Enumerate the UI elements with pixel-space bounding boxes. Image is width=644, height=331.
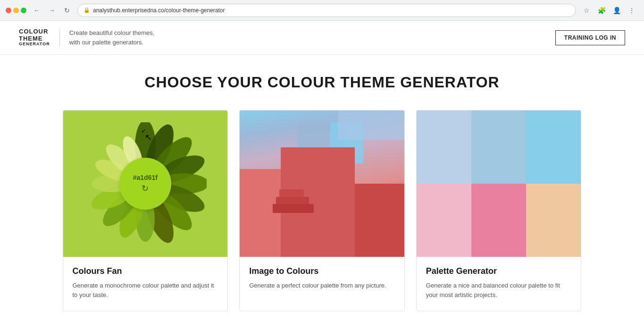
colours-fan-card[interactable]: #a1d61f ↻ ✓ ↖ Colours Fan Generate a mon… — [63, 110, 228, 311]
image-to-colours-image — [240, 110, 404, 257]
step-1 — [273, 204, 314, 213]
step-2 — [276, 197, 309, 204]
page-content: CHOOSE YOUR COLOUR THEME GENERATOR — [0, 55, 644, 331]
logo-theme: THEME — [19, 35, 50, 42]
swatch-5 — [471, 184, 526, 257]
palette-generator-description: Generate a nice and balanced colour pale… — [426, 281, 572, 299]
extensions-icon[interactable]: 🧩 — [595, 4, 608, 17]
browser-chrome: ← → ↻ 🔒 analysthub.enterprisedna.co/colo… — [0, 0, 644, 21]
back-button[interactable]: ← — [30, 4, 43, 17]
tagline-line2: with our palette generators. — [69, 39, 144, 46]
logo-colour: COLOUR — [19, 28, 50, 35]
swatch-6 — [526, 184, 581, 257]
window-controls — [6, 8, 26, 13]
forward-button[interactable]: → — [45, 4, 59, 17]
cards-grid: #a1d61f ↻ ✓ ↖ Colours Fan Generate a mon… — [63, 110, 582, 311]
swatch-2 — [471, 110, 526, 184]
page-title: CHOOSE YOUR COLOUR THEME GENERATOR — [28, 74, 616, 91]
logo-tagline: Create beautiful colour themes, with our… — [69, 28, 155, 47]
swatch-3 — [526, 110, 581, 184]
address-bar[interactable]: 🔒 analysthub.enterprisedna.co/colour-the… — [77, 4, 576, 17]
image-to-colours-title: Image to Colours — [249, 266, 395, 276]
hex-value: #a1d61f — [133, 174, 158, 181]
minimize-dot — [13, 8, 19, 13]
colours-fan-image: #a1d61f ↻ ✓ ↖ — [63, 110, 228, 257]
nav-buttons: ← → ↻ — [30, 4, 74, 17]
flower-center: #a1d61f ↻ — [119, 158, 171, 210]
colours-fan-title: Colours Fan — [73, 266, 218, 276]
page-wrapper: COLOUR THEME GENERATOR Create beautiful … — [0, 21, 644, 331]
url-text: analysthub.enterprisedna.co/colour-theme… — [93, 7, 225, 14]
profile-icon[interactable]: 👤 — [610, 4, 623, 17]
site-header: COLOUR THEME GENERATOR Create beautiful … — [0, 21, 644, 55]
palette-generator-title: Palette Generator — [426, 266, 572, 276]
image-to-colours-card[interactable]: Image to Colours Generate a perfect colo… — [239, 110, 405, 311]
security-icon: 🔒 — [84, 7, 90, 13]
logo-block: COLOUR THEME GENERATOR — [19, 28, 50, 46]
palette-generator-body: Palette Generator Generate a nice and ba… — [417, 257, 581, 311]
maximize-dot — [21, 8, 26, 13]
step-3 — [279, 189, 304, 197]
colours-fan-description: Generate a monochrome colour palette and… — [73, 281, 218, 299]
reload-button[interactable]: ↻ — [60, 4, 74, 17]
header-left: COLOUR THEME GENERATOR Create beautiful … — [19, 28, 154, 47]
swatch-1 — [417, 110, 471, 184]
colours-fan-body: Colours Fan Generate a monochrome colour… — [63, 257, 228, 311]
sky-block-3 — [338, 110, 404, 140]
logo-generator: GENERATOR — [19, 42, 50, 47]
palette-generator-image — [417, 110, 581, 257]
training-login-button[interactable]: TRAINING LOG IN — [555, 30, 625, 45]
image-to-colours-description: Generate a perfect colour palette from a… — [249, 281, 395, 290]
image-to-colours-body: Image to Colours Generate a perfect colo… — [240, 257, 404, 302]
close-dot — [6, 8, 11, 13]
flower-background: #a1d61f ↻ ✓ ↖ — [63, 110, 228, 257]
building-right — [355, 184, 404, 257]
logo-divider — [59, 29, 60, 46]
menu-icon[interactable]: ⋮ — [625, 4, 638, 17]
browser-actions: ☆ 🧩 👤 ⋮ — [580, 4, 638, 17]
building-photo — [240, 110, 404, 257]
tagline-line1: Create beautiful colour themes, — [69, 29, 155, 36]
bookmark-icon[interactable]: ☆ — [580, 4, 593, 17]
palette-swatches-grid — [417, 110, 581, 257]
palette-generator-card[interactable]: Palette Generator Generate a nice and ba… — [416, 110, 582, 311]
refresh-icon: ↻ — [142, 183, 149, 194]
swatch-4 — [417, 184, 471, 257]
